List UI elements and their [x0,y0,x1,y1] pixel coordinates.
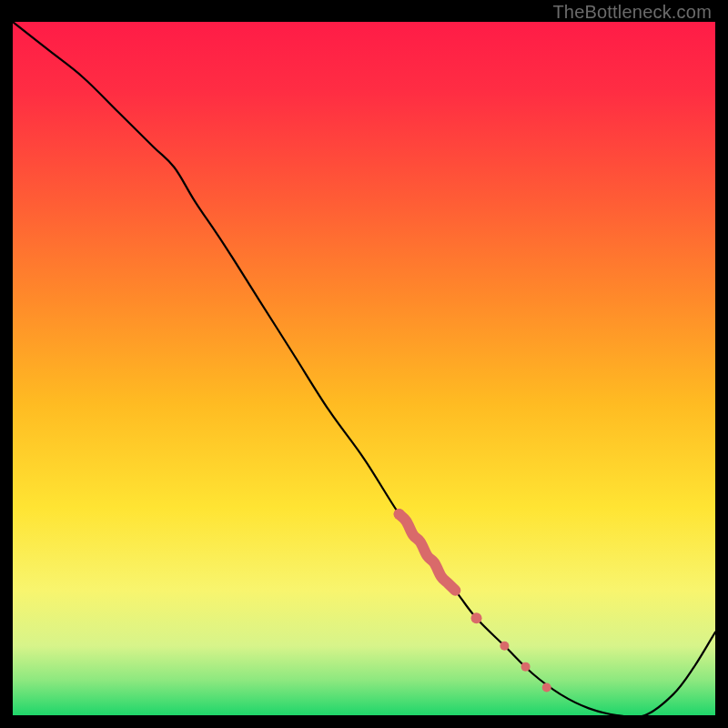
gradient-background [13,22,715,715]
highlight-dot [471,612,482,623]
watermark-text: TheBottleneck.com [552,2,712,23]
plot-area [13,22,715,715]
chart-frame: TheBottleneck.com [0,0,728,728]
bottleneck-chart [13,22,715,715]
highlight-dot [521,662,531,672]
highlight-dot [542,683,551,693]
highlight-dot [500,642,509,651]
